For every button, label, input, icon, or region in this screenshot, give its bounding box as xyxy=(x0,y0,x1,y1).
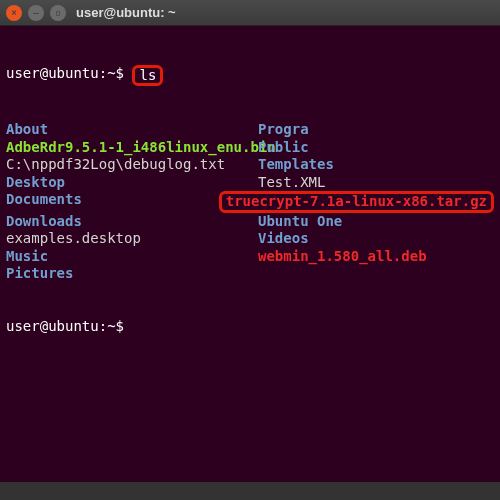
close-icon[interactable]: × xyxy=(6,5,22,21)
file-entry: AdbeRdr9.5.1-1_i486linux_enu.bin xyxy=(6,139,276,155)
prompt: user@ubuntu:~$ xyxy=(6,65,132,86)
list-item: Test.XML xyxy=(258,174,325,192)
list-row: C:\nppdf32Log\debuglog.txtTemplates xyxy=(6,156,494,174)
list-item: Videos xyxy=(258,230,309,248)
file-entry: examples.desktop xyxy=(6,230,141,246)
prompt-userhost: user@ubuntu xyxy=(6,65,99,81)
file-entry: Test.XML xyxy=(258,174,325,190)
list-row: Pictures xyxy=(6,265,494,283)
prompt-userhost: user@ubuntu xyxy=(6,318,99,334)
prompt-sep: : xyxy=(99,65,107,81)
status-bar xyxy=(0,482,500,500)
file-entry: Desktop xyxy=(6,174,65,190)
list-row: examples.desktopVideos xyxy=(6,230,494,248)
list-row: Musicwebmin_1.580_all.deb xyxy=(6,248,494,266)
highlight-file: truecrypt-7.1a-linux-x86.tar.gz xyxy=(219,191,494,212)
file-entry: C:\nppdf32Log\debuglog.txt xyxy=(6,156,225,172)
file-entry: Videos xyxy=(258,230,309,246)
prompt-line: user@ubuntu:~$ ls xyxy=(6,65,494,86)
list-item: Progra xyxy=(258,121,309,139)
list-item: examples.desktop xyxy=(6,230,258,248)
list-row: DownloadsUbuntu One xyxy=(6,213,494,231)
list-item: Templates xyxy=(258,156,334,174)
command-text: ls xyxy=(139,67,156,83)
file-entry: Music xyxy=(6,248,48,264)
file-entry: About xyxy=(6,121,48,137)
list-item: Documents xyxy=(6,191,219,212)
list-item: Public xyxy=(258,139,309,157)
file-entry: Pictures xyxy=(6,265,73,281)
window-title: user@ubuntu: ~ xyxy=(76,5,176,20)
maximize-icon[interactable]: ▫ xyxy=(50,5,66,21)
list-item: webmin_1.580_all.deb xyxy=(258,248,427,266)
prompt-line-2: user@ubuntu:~$ xyxy=(6,318,494,336)
list-item: truecrypt-7.1a-linux-x86.tar.gz xyxy=(219,191,494,212)
file-entry: Templates xyxy=(258,156,334,172)
list-item: About xyxy=(6,121,258,139)
list-item: AdbeRdr9.5.1-1_i486linux_enu.bin xyxy=(6,139,258,157)
file-entry: Public xyxy=(258,139,309,155)
file-entry: truecrypt-7.1a-linux-x86.tar.gz xyxy=(226,193,487,209)
terminal-window: × – ▫ user@ubuntu: ~ user@ubuntu:~$ ls A… xyxy=(0,0,500,500)
list-item: Desktop xyxy=(6,174,258,192)
minimize-icon[interactable]: – xyxy=(28,5,44,21)
prompt: user@ubuntu:~$ xyxy=(6,318,132,336)
file-entry: Progra xyxy=(258,121,309,137)
highlight-command: ls xyxy=(132,65,163,86)
list-item: Music xyxy=(6,248,258,266)
prompt-sep: : xyxy=(99,318,107,334)
list-row: DesktopTest.XML xyxy=(6,174,494,192)
list-item: Pictures xyxy=(6,265,258,283)
ls-output: AboutPrograAdbeRdr9.5.1-1_i486linux_enu.… xyxy=(6,121,494,282)
file-entry: Ubuntu One xyxy=(258,213,342,229)
list-row: Documentstruecrypt-7.1a-linux-x86.tar.gz xyxy=(6,191,494,212)
prompt-dollar: $ xyxy=(116,65,124,81)
titlebar: × – ▫ user@ubuntu: ~ xyxy=(0,0,500,26)
list-item: Downloads xyxy=(6,213,258,231)
list-item: C:\nppdf32Log\debuglog.txt xyxy=(6,156,258,174)
list-row: AdbeRdr9.5.1-1_i486linux_enu.binPublic xyxy=(6,139,494,157)
prompt-path: ~ xyxy=(107,318,115,334)
list-row: AboutProgra xyxy=(6,121,494,139)
prompt-path: ~ xyxy=(107,65,115,81)
terminal-body[interactable]: user@ubuntu:~$ ls AboutPrograAdbeRdr9.5.… xyxy=(0,26,500,482)
list-item: Ubuntu One xyxy=(258,213,342,231)
file-entry: Documents xyxy=(6,191,82,207)
prompt-dollar: $ xyxy=(116,318,124,334)
file-entry: webmin_1.580_all.deb xyxy=(258,248,427,264)
file-entry: Downloads xyxy=(6,213,82,229)
